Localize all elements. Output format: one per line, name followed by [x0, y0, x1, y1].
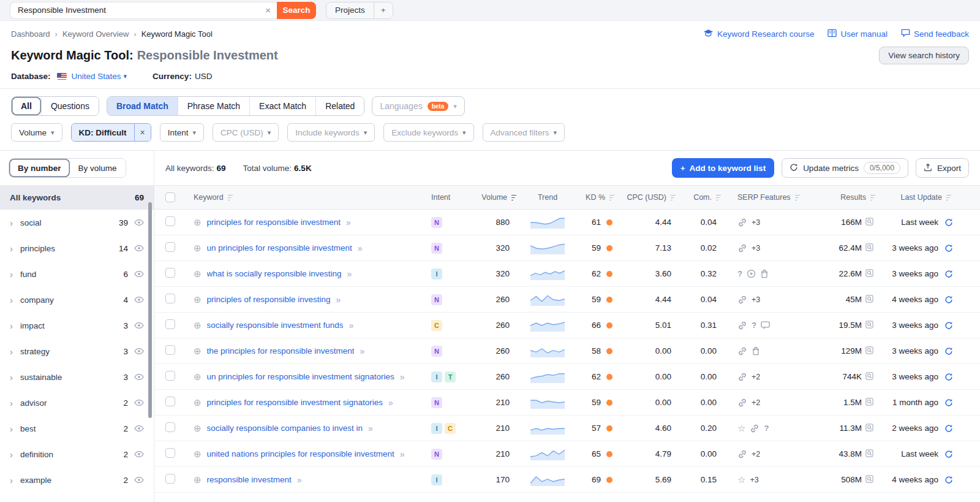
refresh-icon[interactable]	[944, 476, 953, 484]
eye-icon[interactable]	[134, 322, 144, 329]
breadcrumb-dashboard[interactable]: Dashboard	[11, 29, 50, 39]
sidebar-group-item[interactable]: › impact 3	[0, 313, 154, 338]
refresh-icon[interactable]	[944, 321, 953, 330]
sidebar-item-all-keywords[interactable]: All keywords 69	[0, 185, 154, 210]
keyword-link[interactable]: the principles for responsible investmen…	[207, 346, 355, 356]
row-checkbox[interactable]	[165, 345, 175, 355]
sidebar-group-item[interactable]: › principles 14	[0, 235, 154, 261]
row-checkbox[interactable]	[165, 397, 175, 406]
eye-icon[interactable]	[134, 373, 144, 381]
sidebar-group-item[interactable]: › strategy 3	[0, 338, 154, 364]
keyword-link[interactable]: principles for responsible investment si…	[207, 398, 383, 407]
serp-preview-icon[interactable]	[865, 475, 873, 485]
sidebar-group-item[interactable]: › best 2	[0, 416, 154, 441]
tab-phrase-match[interactable]: Phrase Match	[178, 97, 249, 115]
serp-more-count[interactable]: +3	[752, 295, 760, 304]
refresh-icon[interactable]	[944, 450, 953, 458]
refresh-icon[interactable]	[944, 270, 953, 278]
tab-all[interactable]: All	[12, 97, 41, 115]
eye-icon[interactable]	[134, 399, 144, 406]
keyword-link[interactable]: principles for responsible investment	[207, 218, 341, 227]
serp-preview-icon[interactable]	[865, 424, 873, 433]
col-kd[interactable]: KD %	[577, 193, 616, 202]
col-results[interactable]: Results	[812, 193, 877, 202]
keyword-link[interactable]: united nations principles for responsibl…	[207, 449, 394, 458]
serp-more-count[interactable]: +3	[752, 244, 760, 253]
update-metrics-button[interactable]: Update metrics 0/5,000	[782, 158, 908, 178]
clear-search-icon[interactable]: ×	[265, 6, 271, 15]
keyword-research-course-link[interactable]: Keyword Research course	[703, 29, 814, 39]
send-feedback-link[interactable]: Send feedback	[901, 28, 969, 39]
expand-keyword-icon[interactable]: »	[368, 424, 373, 433]
serp-more-count[interactable]: +2	[752, 450, 760, 458]
expand-keyword-icon[interactable]: »	[346, 218, 351, 227]
eye-icon[interactable]	[134, 451, 144, 458]
view-search-history-button[interactable]: View search history	[879, 47, 969, 64]
eye-icon[interactable]	[134, 296, 144, 303]
add-keyword-icon[interactable]: ⊕	[194, 321, 202, 330]
expand-keyword-icon[interactable]: »	[336, 295, 341, 305]
sidebar-group-item[interactable]: › definition 2	[0, 441, 154, 467]
add-keyword-icon[interactable]: ⊕	[194, 269, 202, 278]
keyword-link[interactable]: principles of responsible investing	[207, 295, 331, 304]
exclude-keywords-filter[interactable]: Exclude keywords▾	[383, 123, 473, 142]
search-button[interactable]: Search	[277, 2, 316, 19]
database-selector[interactable]: United States ▾	[72, 72, 127, 81]
export-button[interactable]: Export	[916, 158, 969, 178]
col-volume[interactable]: Volume	[466, 193, 518, 202]
expand-keyword-icon[interactable]: »	[400, 372, 405, 382]
keyword-link[interactable]: socially responsible companies to invest…	[207, 424, 363, 433]
sidebar-group-item[interactable]: › advisor 2	[0, 390, 154, 416]
col-cpc[interactable]: CPC (USD)	[616, 193, 677, 202]
expand-keyword-icon[interactable]: »	[349, 321, 353, 330]
serp-preview-icon[interactable]	[865, 218, 873, 227]
keyword-link[interactable]: socially responsible investment funds	[207, 321, 344, 330]
add-keyword-icon[interactable]: ⊕	[194, 372, 202, 381]
add-keyword-icon[interactable]: ⊕	[194, 295, 202, 304]
serp-preview-icon[interactable]	[865, 321, 873, 330]
serp-more-count[interactable]: +2	[752, 373, 760, 381]
eye-icon[interactable]	[134, 219, 144, 226]
intent-filter[interactable]: Intent▾	[160, 123, 204, 142]
expand-keyword-icon[interactable]: »	[358, 243, 363, 253]
refresh-icon[interactable]	[944, 218, 953, 227]
refresh-icon[interactable]	[944, 373, 953, 381]
by-volume-button[interactable]: By volume	[70, 159, 126, 177]
row-checkbox[interactable]	[165, 371, 175, 381]
add-keyword-icon[interactable]: ⊕	[194, 243, 202, 253]
serp-preview-icon[interactable]	[865, 372, 873, 382]
new-project-button[interactable]: +	[374, 2, 393, 18]
serp-preview-icon[interactable]	[865, 295, 873, 305]
serp-preview-icon[interactable]	[865, 398, 873, 408]
refresh-icon[interactable]	[944, 398, 953, 407]
sidebar-group-item[interactable]: › fund 6	[0, 261, 154, 287]
row-checkbox[interactable]	[165, 242, 175, 252]
col-com[interactable]: Com.	[677, 193, 723, 202]
eye-icon[interactable]	[134, 476, 144, 484]
expand-keyword-icon[interactable]: »	[388, 398, 393, 408]
sidebar-scrollbar[interactable]	[148, 202, 152, 418]
serp-more-count[interactable]: +3	[752, 218, 760, 227]
row-checkbox[interactable]	[165, 216, 175, 226]
serp-preview-icon[interactable]	[865, 449, 873, 459]
row-checkbox[interactable]	[165, 319, 175, 329]
user-manual-link[interactable]: User manual	[827, 29, 888, 39]
col-serp-features[interactable]: SERP Features	[723, 193, 812, 202]
add-keyword-icon[interactable]: ⊕	[194, 475, 202, 484]
row-checkbox[interactable]	[165, 474, 175, 484]
add-keyword-icon[interactable]: ⊕	[194, 449, 202, 458]
col-keyword[interactable]: Keyword	[194, 193, 431, 202]
expand-keyword-icon[interactable]: »	[360, 346, 364, 356]
serp-preview-icon[interactable]	[865, 346, 873, 356]
serp-preview-icon[interactable]	[865, 243, 873, 253]
add-keyword-icon[interactable]: ⊕	[194, 218, 202, 227]
advanced-filters[interactable]: Advanced filters▾	[483, 123, 565, 142]
breadcrumb-keyword-overview[interactable]: Keyword Overview	[62, 29, 129, 39]
select-all-checkbox[interactable]	[165, 192, 175, 202]
sidebar-group-item[interactable]: › company 4	[0, 287, 154, 313]
expand-keyword-icon[interactable]: »	[297, 475, 302, 485]
add-keyword-icon[interactable]: ⊕	[194, 424, 202, 433]
refresh-icon[interactable]	[944, 295, 953, 304]
row-checkbox[interactable]	[165, 422, 175, 432]
refresh-icon[interactable]	[944, 244, 953, 253]
